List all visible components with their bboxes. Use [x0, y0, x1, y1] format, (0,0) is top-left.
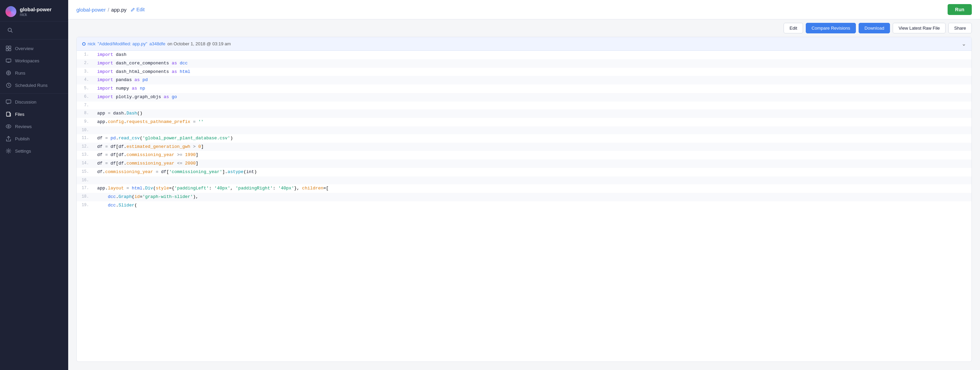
sidebar-search-area[interactable]: [0, 21, 68, 40]
sidebar-item-label: Files: [15, 112, 24, 117]
sidebar-item-discussion[interactable]: Discussion: [0, 96, 68, 108]
commit-date: on October 1, 2018 @ 03:19 am: [167, 41, 231, 46]
search-icon[interactable]: [5, 25, 15, 35]
code-line-2: 2. import dash_core_components as dcc: [77, 59, 972, 68]
code-line-4: 4. import pandas as pd: [77, 76, 972, 84]
svg-rect-2: [6, 46, 8, 48]
publish-icon: [5, 136, 11, 142]
file-container: nick "Added/Modified: app.py" a348dfe on…: [76, 37, 972, 362]
svg-rect-17: [6, 112, 10, 116]
expand-icon[interactable]: ⌄: [962, 41, 966, 47]
code-line-13: 13. df = df[df.commissioning_year >= 199…: [77, 151, 972, 159]
sidebar-item-settings[interactable]: Settings: [0, 145, 68, 157]
svg-rect-16: [6, 100, 11, 103]
username: nick: [20, 12, 51, 17]
code-line-12: 12. df = df[df.estimated_generation_gwh …: [77, 143, 972, 151]
topbar: global-power / app.py Edit Run: [68, 0, 980, 19]
sidebar-item-publish[interactable]: Publish: [0, 133, 68, 145]
run-button[interactable]: Run: [948, 4, 972, 15]
svg-line-1: [11, 31, 13, 33]
commit-hash: a348dfe: [150, 41, 165, 46]
code-table: 1. import dash 2. import dash_core_compo…: [77, 51, 972, 210]
download-button[interactable]: Download: [859, 23, 890, 33]
breadcrumb-separator: /: [108, 7, 109, 13]
svg-rect-5: [9, 49, 11, 51]
breadcrumb: global-power / app.py Edit: [76, 7, 145, 13]
edit-link-label: Edit: [137, 7, 145, 12]
code-line-3: 3. import dash_html_components as html: [77, 68, 972, 76]
sidebar-item-label: Settings: [15, 149, 31, 154]
sidebar-item-files[interactable]: Files: [0, 108, 68, 120]
logo-icon: [5, 6, 16, 17]
code-line-8: 8. app = dash.Dash(): [77, 110, 972, 118]
sidebar-item-overview[interactable]: Overview: [0, 42, 68, 54]
sidebar-item-label: Discussion: [15, 100, 37, 105]
sidebar-nav: Overview Workspaces: [0, 40, 68, 370]
sidebar-item-reviews[interactable]: Reviews: [0, 120, 68, 133]
sidebar: global-power nick Overview: [0, 0, 68, 370]
main-content: global-power / app.py Edit Run Edit Comp…: [68, 0, 980, 370]
share-button[interactable]: Share: [948, 23, 972, 33]
action-bar: Edit Compare Revisions Download View Lat…: [68, 19, 980, 37]
sidebar-item-workspaces[interactable]: Workspaces: [0, 54, 68, 67]
settings-icon: [5, 148, 11, 154]
svg-rect-3: [9, 46, 11, 48]
code-line-18: 18. dcc.Graph(id='graph-with-slider'),: [77, 193, 972, 202]
overview-icon: [5, 45, 11, 51]
sidebar-item-label: Publish: [15, 136, 30, 141]
scheduled-runs-icon: [5, 82, 11, 88]
svg-rect-4: [6, 49, 8, 51]
code-line-1: 1. import dash: [77, 51, 972, 59]
code-area[interactable]: 1. import dash 2. import dash_core_compo…: [77, 51, 972, 362]
project-name: global-power: [20, 6, 51, 12]
code-line-14: 14. df = df[df.commissioning_year <= 200…: [77, 159, 972, 168]
breadcrumb-edit-link[interactable]: Edit: [130, 7, 145, 12]
commit-message: "Added/Modified: app.py": [97, 41, 147, 46]
code-line-7: 7.: [77, 102, 972, 110]
commit-author: nick: [88, 41, 95, 46]
breadcrumb-file: app.py: [111, 7, 127, 13]
code-line-10: 10.: [77, 126, 972, 134]
code-line-15: 15. df.commissioning_year = df['commissi…: [77, 168, 972, 176]
breadcrumb-project[interactable]: global-power: [76, 7, 106, 13]
workspaces-icon: [5, 57, 11, 64]
svg-point-20: [8, 150, 10, 152]
sidebar-item-label: Overview: [15, 46, 33, 51]
pencil-icon: [130, 8, 135, 12]
sidebar-item-label: Runs: [15, 70, 25, 76]
commit-bar: nick "Added/Modified: app.py" a348dfe on…: [77, 37, 972, 51]
svg-point-10: [8, 72, 9, 74]
code-line-9: 9. app.config.requests_pathname_prefix =…: [77, 118, 972, 126]
svg-rect-6: [6, 59, 11, 62]
reviews-icon: [5, 123, 11, 129]
discussion-icon: [5, 99, 11, 105]
sidebar-item-scheduled-runs[interactable]: Scheduled Runs: [0, 79, 68, 91]
code-line-6: 6. import plotly.graph_objs as go: [77, 93, 972, 102]
sidebar-item-label: Workspaces: [15, 58, 39, 64]
sidebar-item-runs[interactable]: Runs: [0, 67, 68, 79]
sidebar-item-label: Scheduled Runs: [15, 83, 48, 88]
commit-info: nick "Added/Modified: app.py" a348dfe on…: [82, 41, 231, 46]
runs-icon: [5, 70, 11, 76]
svg-point-18: [6, 125, 11, 128]
view-latest-raw-button[interactable]: View Latest Raw File: [893, 23, 945, 33]
files-icon: [5, 111, 11, 117]
sidebar-divider: [0, 93, 68, 94]
compare-revisions-button[interactable]: Compare Revisions: [806, 23, 856, 33]
commit-dot: [82, 42, 86, 46]
svg-point-19: [8, 126, 9, 127]
code-line-5: 5. import numpy as np: [77, 84, 972, 93]
code-line-17: 17. app.layout = html.Div(style={'paddin…: [77, 184, 972, 193]
sidebar-logo: global-power nick: [0, 0, 68, 21]
code-line-11: 11. df = pd.read_csv('global_power_plant…: [77, 134, 972, 143]
edit-button[interactable]: Edit: [784, 23, 803, 33]
sidebar-item-label: Reviews: [15, 124, 32, 129]
code-line-19: 19. dcc.Slider(: [77, 202, 972, 210]
code-line-16: 16.: [77, 176, 972, 184]
